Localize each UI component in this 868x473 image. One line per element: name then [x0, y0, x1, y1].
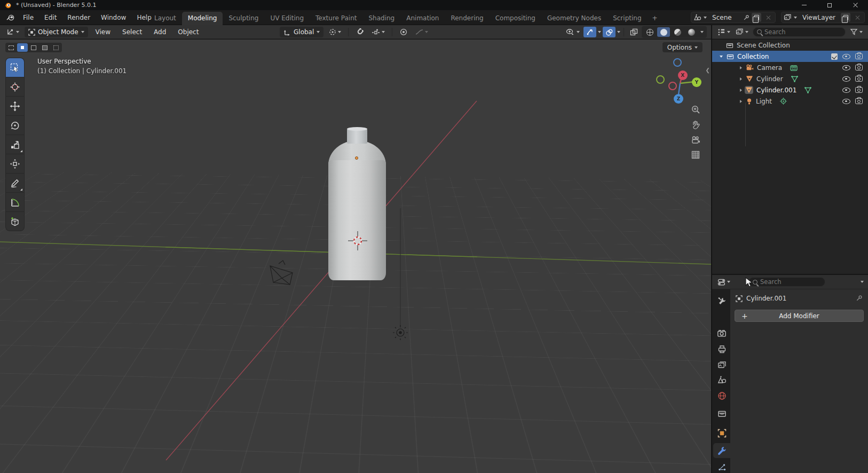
outliner-search-input[interactable] — [764, 28, 841, 36]
outliner-row-light[interactable]: Light — [712, 96, 868, 107]
remove-viewlayer-button[interactable] — [853, 13, 862, 22]
mesh-data-icon[interactable] — [804, 86, 812, 94]
pivot-point-dropdown[interactable] — [327, 27, 343, 37]
workspace-tab-scripting[interactable]: Scripting — [607, 12, 647, 25]
menu-edit[interactable]: Edit — [40, 12, 61, 23]
workspace-tab-compositing[interactable]: Compositing — [490, 12, 541, 25]
minimize-button[interactable] — [791, 0, 817, 10]
tool-add-cube[interactable] — [6, 212, 24, 231]
eye-icon[interactable] — [842, 99, 850, 104]
options-button[interactable]: Options — [662, 42, 703, 52]
outliner-row-scene-collection[interactable]: Scene Collection — [712, 40, 868, 51]
menu-select[interactable]: Select — [118, 28, 146, 36]
collapse-icon[interactable] — [720, 56, 723, 58]
eye-icon[interactable] — [842, 76, 850, 82]
tab-view-layer[interactable] — [713, 357, 730, 372]
pin-icon[interactable] — [743, 14, 749, 21]
tab-particles[interactable] — [713, 460, 730, 473]
select-mode-intersect[interactable] — [51, 43, 61, 52]
tool-annotate[interactable] — [6, 174, 24, 192]
outliner-filter-button[interactable] — [849, 27, 864, 36]
outliner-search[interactable] — [753, 27, 846, 37]
outliner-item-label[interactable]: Light — [756, 98, 772, 105]
gizmos-dropdown-icon[interactable] — [598, 31, 601, 33]
tool-move[interactable] — [6, 97, 24, 115]
workspace-tab-shading[interactable]: Shading — [362, 12, 400, 25]
tab-object[interactable] — [713, 425, 730, 440]
tab-render[interactable] — [713, 326, 730, 341]
editor-type-button[interactable] — [4, 27, 21, 37]
navigation-gizmo[interactable]: X Y Z — [648, 54, 704, 105]
shading-dropdown-icon[interactable] — [700, 31, 704, 33]
scene-name[interactable]: Scene — [709, 14, 741, 21]
workspace-tab-layout[interactable]: Layout — [148, 12, 182, 25]
overlays-toggle[interactable] — [603, 27, 616, 37]
gizmo-axis-z[interactable]: Z — [674, 94, 683, 104]
transform-orientation-dropdown[interactable]: Global — [280, 27, 323, 37]
expand-icon[interactable] — [740, 77, 742, 81]
menu-view[interactable]: View — [91, 28, 115, 36]
light-data-icon[interactable] — [779, 97, 787, 105]
properties-search[interactable] — [748, 277, 825, 287]
checkbox-icon[interactable] — [831, 53, 838, 60]
object-type-visibility-dropdown[interactable] — [564, 28, 582, 37]
select-mode-subtract[interactable] — [28, 43, 39, 52]
render-visibility-icon[interactable] — [855, 65, 863, 70]
scene-selector[interactable]: Scene — [691, 12, 776, 23]
shading-wireframe-button[interactable] — [643, 27, 656, 37]
proportional-falloff-dropdown[interactable] — [413, 28, 430, 36]
viewlayer-dropdown-icon[interactable] — [794, 17, 797, 19]
pan-button[interactable] — [691, 120, 700, 130]
gizmo-axis-x[interactable]: X — [678, 70, 688, 80]
viewlayer-selector[interactable]: ViewLayer — [781, 12, 865, 23]
snap-with-dropdown[interactable] — [369, 28, 387, 37]
gizmo-axis-z-negative[interactable] — [673, 58, 682, 67]
select-mode-invert[interactable] — [40, 43, 50, 52]
tab-tool[interactable] — [713, 294, 730, 309]
overlays-dropdown-icon[interactable] — [617, 31, 620, 33]
tab-collection[interactable] — [713, 406, 730, 421]
expand-icon[interactable] — [740, 100, 742, 103]
workspace-tab-animation[interactable]: Animation — [400, 12, 445, 25]
breadcrumb-object-name[interactable]: Cylinder.001 — [746, 295, 786, 302]
menu-window[interactable]: Window — [96, 12, 131, 23]
tool-cursor[interactable] — [6, 77, 24, 96]
new-viewlayer-button[interactable] — [841, 13, 850, 22]
expand-icon[interactable] — [740, 66, 742, 69]
tool-transform[interactable] — [6, 154, 24, 173]
menu-render[interactable]: Render — [62, 12, 95, 23]
tab-output[interactable] — [713, 342, 730, 357]
sidebar-toggle-arrow[interactable]: ❮ — [706, 67, 710, 73]
eye-icon[interactable] — [842, 88, 850, 93]
blender-app-menu-icon[interactable] — [4, 14, 17, 21]
tab-modifiers[interactable] — [713, 443, 730, 458]
outliner-display-mode-button[interactable] — [735, 27, 749, 36]
shading-rendered-button[interactable] — [685, 27, 698, 37]
workspace-tab-uv-editing[interactable]: UV Editing — [264, 12, 310, 25]
outliner-item-label[interactable]: Collection — [737, 53, 769, 60]
properties-options-dropdown-icon[interactable] — [861, 281, 864, 283]
menu-file[interactable]: File — [18, 12, 38, 23]
camera-data-icon[interactable] — [790, 64, 799, 72]
tool-scale[interactable] — [6, 135, 24, 154]
outliner-editor-type-button[interactable] — [716, 27, 731, 36]
tab-world[interactable] — [713, 388, 730, 403]
gizmo-axis-y[interactable]: Y — [692, 77, 701, 87]
outliner-row-cylinder-001[interactable]: Cylinder.001 — [712, 84, 868, 96]
outliner-row-collection[interactable]: Collection — [712, 51, 868, 62]
tool-select-box[interactable] — [6, 58, 24, 77]
outliner-item-label[interactable]: Scene Collection — [737, 42, 790, 49]
bottle-mesh-cap[interactable] — [347, 129, 367, 144]
select-mode-extend[interactable] — [17, 43, 28, 52]
add-modifier-button[interactable]: + Add Modifier — [735, 310, 864, 322]
3d-viewport[interactable]: Options User Perspective (1) Collection … — [0, 40, 711, 473]
workspace-tab-geometry-nodes[interactable]: Geometry Nodes — [541, 12, 607, 25]
menu-object[interactable]: Object — [173, 28, 203, 36]
render-visibility-icon[interactable] — [855, 98, 863, 104]
expand-icon[interactable] — [740, 89, 742, 92]
close-button[interactable] — [842, 0, 868, 10]
gizmos-toggle[interactable] — [583, 27, 596, 37]
viewlayer-name[interactable]: ViewLayer — [799, 14, 839, 21]
gizmo-axis-x-negative[interactable] — [668, 82, 677, 90]
shading-solid-button[interactable] — [657, 27, 670, 37]
